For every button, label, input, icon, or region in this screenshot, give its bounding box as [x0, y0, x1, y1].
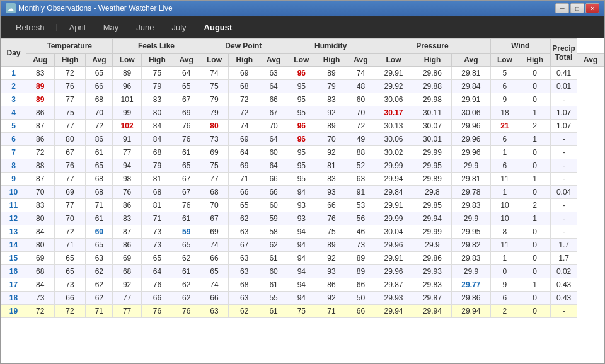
- table-cell: 74: [200, 239, 229, 252]
- table-cell: 70: [26, 186, 55, 199]
- table-cell: 70: [54, 212, 86, 225]
- header-dew-point: Dew Point: [200, 39, 287, 54]
- table-cell: 75: [200, 159, 229, 173]
- table-cell: 0: [519, 305, 551, 318]
- table-cell: 91: [113, 133, 142, 146]
- table-cell: 60: [86, 225, 113, 239]
- table-cell: 84: [141, 120, 173, 133]
- table-cell: 9: [490, 278, 519, 292]
- window-title: Monthly Observations - Weather Watcher L…: [18, 4, 173, 13]
- nav-august[interactable]: August: [195, 18, 241, 37]
- table-cell: 83: [113, 212, 142, 225]
- table-cell: 93: [316, 265, 347, 278]
- table-cell: 15: [1, 252, 26, 265]
- table-cell: 68: [26, 265, 55, 278]
- table-cell: 62: [86, 265, 113, 278]
- minimize-button[interactable]: ─: [555, 3, 569, 13]
- table-cell: 69: [173, 106, 200, 120]
- table-cell: 76: [173, 133, 200, 146]
- table-cell: 58: [260, 225, 287, 239]
- table-cell: 17: [1, 278, 26, 292]
- table-cell: 30.06: [374, 133, 413, 146]
- table-cell: 73: [54, 278, 86, 292]
- subheader-w-high: High: [519, 54, 551, 67]
- table-cell: 29.86: [413, 252, 451, 265]
- table-cell: 0: [519, 252, 551, 265]
- header-temperature: Temperature: [26, 39, 113, 54]
- subheader-t-high: High: [54, 54, 86, 67]
- table-cell: 86: [316, 278, 347, 292]
- table-cell: 83: [141, 93, 173, 106]
- table-cell: 29.88: [413, 80, 451, 93]
- table-cell: 62: [173, 278, 200, 292]
- table-cell: 86: [86, 133, 113, 146]
- table-cell: 71: [86, 305, 113, 318]
- table-cell: 1.7: [551, 252, 577, 265]
- table-cell: 8: [490, 225, 519, 239]
- table-cell: 30.11: [413, 106, 451, 120]
- table-cell: 29.84: [452, 80, 490, 93]
- table-cell: 72: [86, 120, 113, 133]
- table-cell: 62: [260, 239, 287, 252]
- table-cell: 8: [1, 159, 26, 173]
- table-cell: 80: [54, 133, 86, 146]
- table-cell: 29.9: [452, 212, 490, 225]
- table-cell: 61: [173, 212, 200, 225]
- table-cell: 94: [287, 252, 316, 265]
- table-cell: 102: [113, 120, 142, 133]
- table-cell: 88: [26, 159, 55, 173]
- table-cell: 76: [141, 305, 173, 318]
- table-cell: 94: [287, 278, 316, 292]
- table-cell: -: [551, 225, 577, 239]
- table-cell: 29.95: [452, 225, 490, 239]
- table-cell: 69: [54, 186, 86, 199]
- maximize-button[interactable]: □: [570, 3, 584, 13]
- table-cell: 29.99: [413, 225, 451, 239]
- table-cell: 30.01: [413, 133, 451, 146]
- table-cell: 0: [519, 186, 551, 199]
- table-cell: 76: [141, 278, 173, 292]
- table-cell: 101: [113, 93, 142, 106]
- table-cell: 9: [1, 173, 26, 186]
- table-cell: 93: [287, 212, 316, 225]
- main-window: ☁ Monthly Observations - Weather Watcher…: [0, 0, 605, 364]
- table-cell: 95: [287, 93, 316, 106]
- table-cell: 67: [229, 239, 260, 252]
- table-cell: 30.06: [452, 106, 490, 120]
- table-cell: 89: [347, 265, 374, 278]
- table-cell: 86: [26, 133, 55, 146]
- nav-june[interactable]: June: [127, 18, 163, 37]
- table-cell: 14: [1, 239, 26, 252]
- table-cell: 73: [141, 225, 173, 239]
- table-container[interactable]: Day Temperature Feels Like Dew Point Hum…: [1, 38, 604, 363]
- table-cell: 63: [229, 225, 260, 239]
- nav-july[interactable]: July: [163, 18, 195, 37]
- table-cell: 0: [519, 239, 551, 252]
- table-cell: 49: [347, 133, 374, 146]
- table-cell: 0.43: [551, 278, 577, 292]
- table-cell: 67: [173, 93, 200, 106]
- nav-refresh[interactable]: Refresh: [7, 18, 54, 37]
- table-cell: 48: [347, 80, 374, 93]
- table-cell: 62: [86, 278, 113, 292]
- table-cell: 29.85: [413, 199, 451, 212]
- table-cell: 29.96: [374, 265, 413, 278]
- table-cell: 29.96: [452, 146, 490, 159]
- subheader-fl-low: Low: [200, 54, 229, 67]
- close-button[interactable]: ✕: [585, 3, 599, 13]
- nav-april[interactable]: April: [60, 18, 95, 37]
- table-cell: 29.82: [452, 239, 490, 252]
- table-cell: 29.95: [413, 159, 451, 173]
- table-cell: 29.91: [374, 252, 413, 265]
- table-cell: 87: [113, 225, 142, 239]
- table-cell: 1: [519, 133, 551, 146]
- table-cell: 84: [141, 133, 173, 146]
- table-cell: 29.87: [413, 292, 451, 305]
- title-bar: ☁ Monthly Observations - Weather Watcher…: [1, 1, 604, 16]
- table-cell: 55: [260, 292, 287, 305]
- nav-may[interactable]: May: [95, 18, 128, 37]
- table-cell: 70: [260, 120, 287, 133]
- table-cell: 72: [54, 305, 86, 318]
- table-cell: 10: [490, 199, 519, 212]
- table-cell: 65: [200, 265, 229, 278]
